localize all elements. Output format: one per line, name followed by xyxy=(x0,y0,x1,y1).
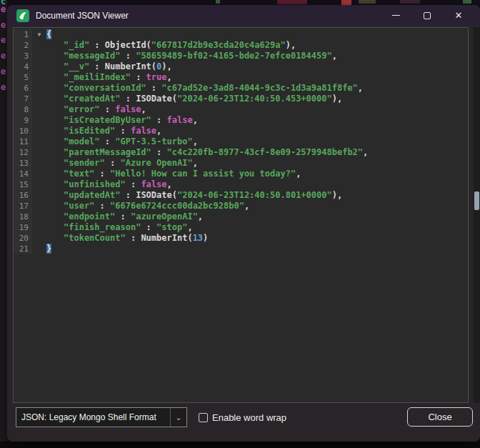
code-token: "_id" xyxy=(64,40,89,50)
background-text-fragment: e xyxy=(1,35,6,45)
word-wrap-control: Enable word wrap xyxy=(199,407,286,427)
code-text: "finish_reason" : "stop", xyxy=(46,222,468,233)
background-text-fragment: e xyxy=(1,51,6,61)
code-line: 13"sender" : "Azure OpenAI", xyxy=(14,158,468,169)
code-text: "isEdited" : false, xyxy=(46,126,468,136)
json-format-value: JSON: Legacy Mongo Shell Format xyxy=(16,412,170,422)
line-number: 10 xyxy=(14,126,32,136)
code-line: 2"_id" : ObjectId("667817d2b9e3cda20c4a6… xyxy=(14,40,468,51)
code-token: ), xyxy=(332,94,342,104)
line-number: 8 xyxy=(14,104,32,115)
code-token: "user" xyxy=(64,201,94,211)
fold-column xyxy=(32,147,46,158)
word-wrap-checkbox[interactable] xyxy=(199,413,208,422)
background-bottom-strip xyxy=(0,442,480,448)
background-fragment xyxy=(400,0,420,4)
background-fragment xyxy=(216,0,220,4)
maximize-button[interactable] xyxy=(411,5,443,26)
scrollbar-track[interactable] xyxy=(474,27,480,403)
code-token: false xyxy=(141,179,166,189)
code-token: "667817d2b9e3cda20c4a629a" xyxy=(151,40,286,50)
code-token: ISODate( xyxy=(136,94,177,104)
code-token: "_meiliIndex" xyxy=(64,72,131,82)
code-token: "Azure OpenAI" xyxy=(120,158,192,168)
code-token: : xyxy=(151,115,167,125)
code-token: "error" xyxy=(64,104,100,114)
code-token: "Hello! How can I assist you today?" xyxy=(110,169,296,179)
fold-arrow-icon[interactable]: ▼ xyxy=(32,29,46,40)
json-format-dropdown[interactable]: JSON: Legacy Mongo Shell Format ⌄ xyxy=(16,407,187,427)
line-number: 17 xyxy=(14,201,32,211)
minimize-button[interactable] xyxy=(380,5,411,26)
code-token: "azureOpenAI" xyxy=(131,211,198,221)
code-line: 3"messageId" : "58659489-bf02-4165-bde2-… xyxy=(14,51,468,61)
code-text: "user" : "6676e6724ccc00da2bc928b0", xyxy=(46,201,468,211)
code-token: : xyxy=(151,147,167,157)
background-text-fragment: e xyxy=(1,82,6,92)
code-token: : xyxy=(115,211,131,221)
code-line: 8"error" : false, xyxy=(14,104,468,115)
code-line: 6"conversationId" : "c67ad52e-3ad8-4044-… xyxy=(14,83,468,94)
code-token: ), xyxy=(332,190,342,200)
code-token: ), xyxy=(161,61,171,71)
code-line: 1▼{ xyxy=(14,29,468,40)
code-token: : xyxy=(131,72,146,82)
code-token: "unfinished" xyxy=(64,179,126,189)
line-number: 19 xyxy=(14,222,32,233)
code-line: 16"updatedAt" : ISODate("2024-06-23T12:4… xyxy=(14,190,468,201)
code-token: : xyxy=(146,83,162,93)
chevron-down-icon: ⌄ xyxy=(170,408,186,427)
code-text: } xyxy=(46,244,468,254)
code-line: 11"model" : "GPT-3.5-turbo", xyxy=(14,136,468,147)
code-line: 21} xyxy=(14,244,468,254)
code-token: , xyxy=(332,51,337,61)
code-token: "c67ad52e-3ad8-4044-9c3c-1d3a9a81f8fe" xyxy=(161,83,358,93)
line-number: 11 xyxy=(14,136,32,147)
code-line: 20"tokenCount" : NumberInt(13) xyxy=(14,233,468,244)
code-token: : xyxy=(120,190,136,200)
background-text-fragment: e xyxy=(1,20,6,30)
fold-column xyxy=(32,72,46,83)
window-title: Document JSON Viewer xyxy=(36,11,129,21)
line-number: 12 xyxy=(14,147,32,158)
code-token: "c4c220fb-8977-43cf-8e09-2579948befb2" xyxy=(167,147,364,157)
json-editor[interactable]: 1▼{2"_id" : ObjectId("667817d2b9e3cda20c… xyxy=(13,27,469,403)
code-token: , xyxy=(358,83,363,93)
minimize-icon xyxy=(392,15,400,16)
document-json-viewer-dialog: Document JSON Viewer ✕ 1▼{2"_id" : Objec… xyxy=(7,5,480,442)
code-token: : xyxy=(105,158,121,168)
code-token: ), xyxy=(286,40,296,50)
code-text: "parentMessageId" : "c4c220fb-8977-43cf-… xyxy=(46,147,468,158)
code-token: , xyxy=(198,211,203,221)
scrollbar-thumb[interactable] xyxy=(474,191,479,210)
code-line: 9"isCreatedByUser" : false, xyxy=(14,115,468,126)
code-line: 17"user" : "6676e6724ccc00da2bc928b0", xyxy=(14,201,468,211)
code-token: , xyxy=(193,158,198,168)
code-token: false xyxy=(167,115,193,125)
close-button[interactable]: Close xyxy=(407,407,473,427)
fold-column xyxy=(32,169,46,179)
code-token: , xyxy=(193,136,198,146)
close-window-button[interactable]: ✕ xyxy=(443,5,474,26)
line-number: 13 xyxy=(14,158,32,169)
code-token: , xyxy=(187,222,192,232)
fold-column xyxy=(32,158,46,169)
code-token: : xyxy=(100,104,116,114)
line-number: 6 xyxy=(14,83,32,94)
background-fragment xyxy=(341,0,351,5)
code-text: "unfinished" : false, xyxy=(46,179,468,190)
code-token: : xyxy=(126,179,141,189)
fold-column xyxy=(32,104,46,115)
code-token: : xyxy=(126,233,141,243)
code-token: , xyxy=(244,201,249,211)
background-text-fragment: e xyxy=(1,4,6,14)
fold-column xyxy=(32,61,46,72)
code-token: true xyxy=(146,72,167,82)
code-token: , xyxy=(141,104,146,114)
code-lines: 1▼{2"_id" : ObjectId("667817d2b9e3cda20c… xyxy=(14,28,468,254)
code-token: "2024-06-23T12:40:50.453+0000" xyxy=(177,94,332,104)
code-token: "text" xyxy=(64,169,94,179)
code-token: NumberInt( xyxy=(141,233,192,243)
title-bar[interactable]: Document JSON Viewer ✕ xyxy=(7,5,480,26)
code-text: "_id" : ObjectId("667817d2b9e3cda20c4a62… xyxy=(46,40,468,51)
